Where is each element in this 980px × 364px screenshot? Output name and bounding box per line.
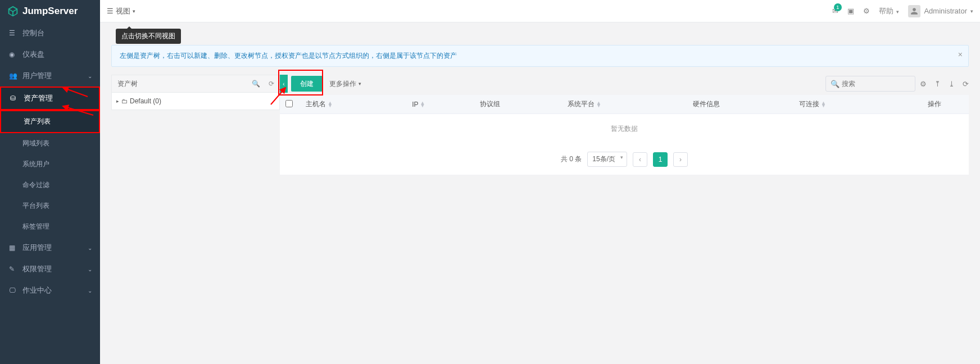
dashboard-icon: ◉ <box>9 51 17 58</box>
col-connectable[interactable]: 可连接▲▼ <box>793 95 900 114</box>
more-ops-label: 更多操作 <box>329 79 356 89</box>
page-number: 1 <box>659 156 663 163</box>
chevron-down-icon: ▾ <box>133 8 135 14</box>
close-icon[interactable]: × <box>958 50 963 59</box>
sidebar-app-mgmt[interactable]: ▦ 应用管理 ⌄ <box>0 237 100 258</box>
col-label: 硬件信息 <box>693 100 720 108</box>
user-name: Administrator <box>924 7 967 15</box>
tree-header: 资产树 🔍 ⟳ <box>111 75 280 93</box>
tree-title: 资产树 <box>112 79 248 89</box>
download-icon[interactable]: ⤓ <box>949 80 955 88</box>
view-tooltip: 点击切换不同视图 <box>116 29 181 44</box>
search-input-wrapper[interactable]: 🔍 <box>825 76 915 92</box>
total-label: 共 0 条 <box>561 154 582 164</box>
col-label: 操作 <box>928 100 941 108</box>
sidebar-asset-mgmt[interactable]: ⛁ 资产管理 <box>0 87 100 110</box>
terminal-icon[interactable]: ▣ <box>847 7 854 15</box>
create-label: 创建 <box>300 79 314 89</box>
chevron-down-icon: ⌄ <box>88 288 92 294</box>
gear-icon[interactable]: ⚙ <box>920 80 927 88</box>
nav-label: 仪表盘 <box>22 49 44 60</box>
sort-icon: ▲▼ <box>420 102 425 107</box>
asset-tree-panel: 资产树 🔍 ⟳ ▸ 🗀 Default (0) <box>111 75 280 110</box>
create-button[interactable]: 创建 <box>291 76 323 92</box>
sort-icon: ▲▼ <box>328 102 333 107</box>
logo[interactable]: JumpServer <box>0 0 100 22</box>
col-platform[interactable]: 系统平台▲▼ <box>562 95 687 114</box>
sidebar-label-mgmt[interactable]: 标签管理 <box>0 216 100 237</box>
chevron-down-icon: ▾ <box>359 81 361 87</box>
select-all-checkbox[interactable] <box>285 100 293 107</box>
info-banner: 左侧是资产树，右击可以新建、删除、更改树节点，授权资产也是以节点方式组织的，右侧… <box>111 45 969 67</box>
mail-icon[interactable]: ✉ 1 <box>832 7 838 15</box>
sidebar-cmd-filter[interactable]: 命令过滤 <box>0 175 100 195</box>
help-label: 帮助 <box>879 7 893 15</box>
chevron-down-icon: ⌄ <box>88 266 92 272</box>
collapse-tree-button[interactable]: ‹ <box>280 75 288 93</box>
upload-icon[interactable]: ⤒ <box>934 80 941 88</box>
nav-label: 命令过滤 <box>22 180 49 190</box>
list-icon: ☰ <box>107 7 114 15</box>
sidebar-asset-list[interactable]: 资产列表 <box>0 110 100 133</box>
sidebar-console[interactable]: ☰ 控制台 <box>0 22 100 44</box>
sidebar-platform-list[interactable]: 平台列表 <box>0 195 100 216</box>
sidebar-ops-center[interactable]: 🖵 作业中心 ⌄ <box>0 280 100 301</box>
edit-icon: ✎ <box>9 265 17 273</box>
page-size-select[interactable]: 15条/页 <box>587 152 627 167</box>
nav-label: 平台列表 <box>22 201 49 211</box>
action-bar: ‹ 创建 更多操作 ▾ <box>280 75 365 93</box>
sidebar-domain-list[interactable]: 网域列表 <box>0 133 100 154</box>
help-menu[interactable]: 帮助 ▾ <box>879 6 900 16</box>
col-hostname[interactable]: 主机名▲▼ <box>300 95 406 114</box>
col-label: 主机名 <box>306 100 326 108</box>
grid-icon: ▦ <box>9 244 17 252</box>
col-ops: 操作 <box>900 95 969 114</box>
col-ip[interactable]: IP▲▼ <box>406 95 474 114</box>
monitor-icon: 🖵 <box>9 286 17 294</box>
next-page-button[interactable]: › <box>673 152 688 167</box>
pagination: 共 0 条 15条/页 ‹ 1 › <box>280 144 969 175</box>
chevron-down-icon: ⌄ <box>88 245 92 251</box>
col-label: 协议组 <box>480 100 500 108</box>
user-menu[interactable]: Administrator ▾ <box>908 5 973 17</box>
sort-icon: ▲▼ <box>821 102 826 107</box>
main-content: 左侧是资产树，右击可以新建、删除、更改树节点，授权资产也是以节点方式组织的，右侧… <box>100 22 980 364</box>
refresh-icon[interactable]: ⟳ <box>264 80 279 88</box>
view-label: 视图 <box>116 6 130 16</box>
brand-name: JumpServer <box>22 6 78 17</box>
search-input[interactable] <box>842 80 926 88</box>
search-icon[interactable]: 🔍 <box>248 80 264 88</box>
folder-icon: 🗀 <box>121 98 128 104</box>
tree-body: ▸ 🗀 Default (0) <box>111 93 280 110</box>
col-label: IP <box>412 101 418 108</box>
sidebar-perm-mgmt[interactable]: ✎ 权限管理 ⌄ <box>0 258 100 280</box>
nav-label: 资产列表 <box>24 117 51 126</box>
gear-icon[interactable]: ⚙ <box>863 7 870 15</box>
sidebar-user-mgmt[interactable]: 👥 用户管理 ⌄ <box>0 65 100 87</box>
col-protocol: 协议组 <box>474 95 562 114</box>
refresh-icon[interactable]: ⟳ <box>963 80 969 88</box>
nav-label: 标签管理 <box>22 222 49 231</box>
sidebar-system-user[interactable]: 系统用户 <box>0 154 100 175</box>
users-icon: 👥 <box>9 72 17 80</box>
empty-state-row: 暂无数据 <box>280 114 969 144</box>
console-icon: ☰ <box>9 29 17 37</box>
col-label: 可连接 <box>799 100 819 108</box>
logo-icon <box>7 5 19 17</box>
page-number-button[interactable]: 1 <box>653 152 668 167</box>
user-icon <box>910 7 918 15</box>
view-toggle[interactable]: ☰ 视图 ▾ <box>107 6 135 16</box>
header: ☰ 视图 ▾ 点击切换不同视图 ✉ 1 ▣ ⚙ 帮助 ▾ Administrat… <box>100 0 980 22</box>
tree-node-label: Default (0) <box>130 97 161 105</box>
tree-root-node[interactable]: ▸ 🗀 Default (0) <box>116 96 275 106</box>
nav-label: 控制台 <box>22 28 44 38</box>
info-text: 左侧是资产树，右击可以新建、删除、更改树节点，授权资产也是以节点方式组织的，右侧… <box>120 52 457 60</box>
database-icon: ⛁ <box>10 94 18 102</box>
page-size-label: 15条/页 <box>592 155 615 163</box>
sidebar-dashboard[interactable]: ◉ 仪表盘 <box>0 44 100 65</box>
chevron-down-icon: ⌄ <box>88 73 92 79</box>
nav-label: 系统用户 <box>22 160 49 169</box>
more-operations[interactable]: 更多操作 ▾ <box>326 79 365 89</box>
prev-page-button[interactable]: ‹ <box>633 152 647 167</box>
avatar <box>908 5 920 17</box>
